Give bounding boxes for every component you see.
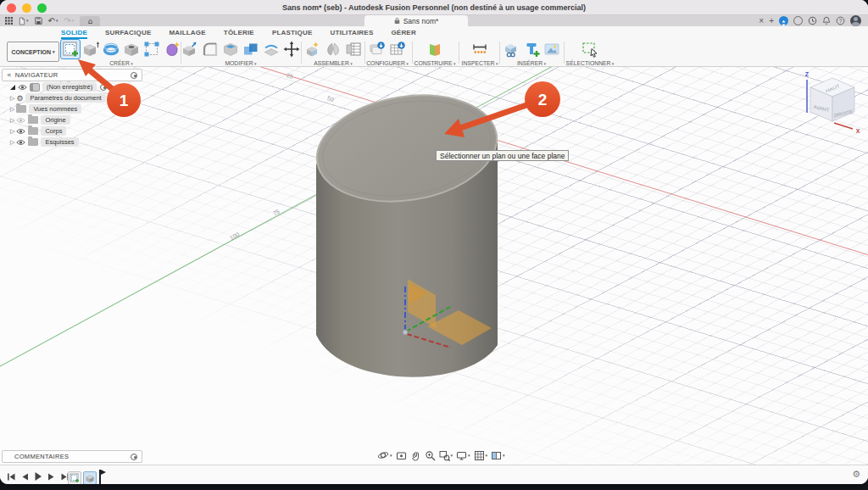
file-menu-icon[interactable]: ▾ <box>19 15 29 26</box>
user-avatar[interactable] <box>850 15 861 26</box>
timeline-sketch-feature[interactable] <box>68 471 81 484</box>
group-construire: CONSTRUIRE <box>415 39 454 66</box>
tab-gerer[interactable]: GÉRER <box>391 28 415 39</box>
insert-derive-button[interactable] <box>502 40 520 58</box>
undo-icon[interactable]: ↶▾ <box>48 15 58 26</box>
preferences-gear-icon[interactable]: ⚙ <box>852 469 860 480</box>
combine-button[interactable] <box>242 40 260 58</box>
redo-icon[interactable]: ↷▾ <box>64 15 74 26</box>
expander-icon[interactable]: ▷ <box>10 139 14 146</box>
create-sketch-button[interactable] <box>61 40 80 58</box>
step-forward-button[interactable] <box>47 470 55 484</box>
configuration-table-button[interactable] <box>388 40 407 58</box>
comments-header[interactable]: COMMENTAIRES <box>2 450 142 463</box>
tab-maillage[interactable]: MAILLAGE <box>169 28 205 39</box>
tab-solide[interactable]: SOLIDE <box>61 28 87 39</box>
group-label-creer[interactable]: CRÉER <box>109 60 133 66</box>
tree-item-parametres[interactable]: ▷ ⚙ Paramètres du document <box>10 92 142 103</box>
joint-button[interactable] <box>324 40 342 58</box>
orbit-icon[interactable]: ▾ <box>377 449 392 461</box>
eye-icon[interactable] <box>16 128 25 135</box>
revolve-button[interactable] <box>102 40 120 58</box>
fit-icon[interactable]: ▾ <box>439 450 453 461</box>
tab-plastique[interactable]: PLASTIQUE <box>272 28 313 39</box>
select-button[interactable] <box>581 40 599 58</box>
construct-plane-button[interactable] <box>426 40 444 58</box>
close-tab-icon[interactable]: × <box>759 15 764 26</box>
expander-open-icon[interactable] <box>10 85 15 90</box>
new-component-button[interactable] <box>303 40 322 58</box>
create-form-button[interactable] <box>163 40 181 58</box>
hole-button[interactable] <box>122 40 141 58</box>
document-tab-label: Sans nom* <box>403 17 439 25</box>
pattern-button[interactable] <box>142 40 161 58</box>
eye-off-icon[interactable] <box>16 117 25 124</box>
new-tab-icon[interactable]: + <box>769 15 774 26</box>
group-label-selectionner[interactable]: SÉLECTIONNER <box>566 60 615 66</box>
group-assembler: ASSEMBLER <box>303 39 363 66</box>
group-label-modifier[interactable]: MODIFIER <box>225 60 256 66</box>
collapse-panel-icon[interactable]: « <box>7 70 12 79</box>
extensions-icon[interactable] <box>793 16 803 25</box>
move-button[interactable] <box>282 40 301 58</box>
fillet-button[interactable] <box>201 40 220 58</box>
folder-icon <box>28 116 38 124</box>
expander-icon[interactable]: ▷ <box>10 117 14 124</box>
group-label-configurer[interactable]: CONFIGURER <box>366 60 409 66</box>
timeline-extrude-feature[interactable] <box>83 471 97 484</box>
insert-image-button[interactable] <box>542 40 561 58</box>
group-inserer: INSÉRER <box>502 39 561 66</box>
app-grid-icon[interactable] <box>5 17 13 25</box>
tree-item-document[interactable]: (Non enregistré) <box>2 81 142 92</box>
zoom-icon[interactable] <box>425 450 436 461</box>
timeline-position-marker[interactable] <box>98 468 107 484</box>
configuration-button[interactable] <box>368 40 387 58</box>
look-at-icon[interactable] <box>396 450 407 461</box>
step-back-button[interactable] <box>21 470 29 484</box>
go-to-start-button[interactable] <box>7 470 16 484</box>
navigator-title: NAVIGATEUR <box>15 71 131 79</box>
view-cube[interactable]: Z X HAUT AVANT DROITE <box>798 69 865 135</box>
group-label-assembler[interactable]: ASSEMBLER <box>314 60 352 66</box>
display-settings-icon[interactable]: ▾ <box>456 450 470 461</box>
shell-button[interactable] <box>221 40 240 58</box>
tab-surfacique[interactable]: SURFACIQUE <box>105 28 151 39</box>
eye-icon[interactable] <box>18 84 27 91</box>
navigator-tree: (Non enregistré) ▷ ⚙ Paramètres du docum… <box>2 81 142 148</box>
measure-button[interactable] <box>470 40 489 58</box>
tree-item-origine[interactable]: ▷ Origine <box>10 114 142 125</box>
expander-icon[interactable]: ▷ <box>10 128 14 135</box>
home-icon[interactable]: ⌂ <box>80 16 100 26</box>
navigator-header[interactable]: « NAVIGATEUR <box>2 69 142 81</box>
expander-icon[interactable]: ▷ <box>10 95 14 102</box>
tab-strip: ▾ ↶▾ ↷▾ ⌂ Sans nom* × + <box>0 15 868 26</box>
tab-utilitaires[interactable]: UTILITAIRES <box>330 28 373 39</box>
tree-item-corps[interactable]: ▷ Corps <box>10 125 142 136</box>
save-icon[interactable] <box>35 17 42 25</box>
tree-item-vues-nommees[interactable]: ▷ Vues nommées <box>10 103 142 114</box>
tab-tolerie[interactable]: TÔLERIE <box>224 28 254 39</box>
viewports-icon[interactable]: ▾ <box>491 450 505 461</box>
document-tab[interactable]: Sans nom* <box>364 15 468 26</box>
extrude-button[interactable] <box>81 40 100 58</box>
expander-icon[interactable]: ▷ <box>10 106 14 113</box>
eye-icon[interactable] <box>16 139 25 146</box>
origin-point[interactable] <box>403 330 408 335</box>
workspace-selector-button[interactable]: CONCEPTION▾ <box>7 42 59 62</box>
panel-options-icon[interactable] <box>131 454 137 460</box>
split-body-button[interactable] <box>262 40 281 58</box>
viewport-canvas[interactable]: 25 50 75 100 <box>0 67 868 465</box>
group-label-inspecter[interactable]: INSPECTER <box>462 60 498 66</box>
insert-fastener-button[interactable] <box>522 40 541 58</box>
job-status-icon[interactable] <box>779 16 788 25</box>
panel-options-icon[interactable] <box>131 72 137 79</box>
bill-of-materials-button[interactable] <box>344 40 363 58</box>
record-icon[interactable] <box>100 84 107 91</box>
pan-icon[interactable] <box>410 450 421 461</box>
grid-settings-icon[interactable]: ▾ <box>474 450 488 461</box>
press-pull-button[interactable] <box>181 40 199 58</box>
group-label-inserer[interactable]: INSÉRER <box>517 60 546 66</box>
play-button[interactable] <box>34 470 42 484</box>
group-label-construire[interactable]: CONSTRUIRE <box>415 60 456 66</box>
tree-item-esquisses[interactable]: ▷ Esquisses <box>10 136 142 148</box>
